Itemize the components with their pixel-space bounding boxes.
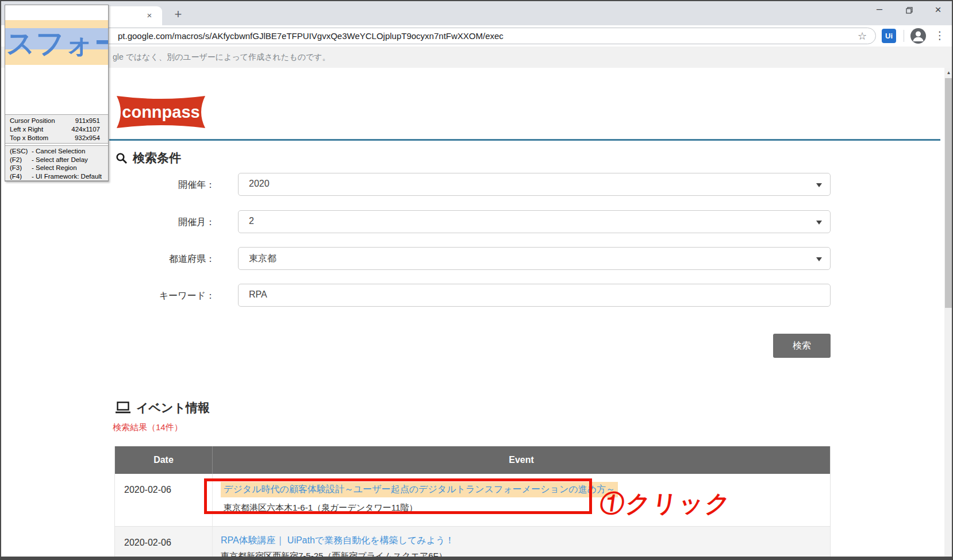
connpass-logo-text: connpass <box>122 103 199 121</box>
event-date: 2020-02-06 <box>115 474 213 526</box>
label-month: 開催月： <box>114 217 215 229</box>
monitor-icon <box>116 401 130 414</box>
column-header-date: Date <box>115 446 213 474</box>
uipath-extension-icon[interactable]: Ui <box>882 29 896 43</box>
restore-icon <box>906 7 913 14</box>
metric-label: Left x Right <box>10 125 71 134</box>
select-year-value: 2020 <box>249 179 270 189</box>
browser-toolbar: pt.google.com/macros/s/AKfycbwnfGJlBE7eT… <box>1 25 952 47</box>
events-section-title: イベント情報 <box>136 400 210 416</box>
hotkey-key: (F3) <box>10 164 32 172</box>
keyword-input[interactable]: RPA <box>238 284 831 307</box>
browser-titlebar: × + – × <box>1 1 952 25</box>
hotkey-desc: - Select Region <box>32 164 77 172</box>
event-date: 2020-02-06 <box>115 527 213 560</box>
browser-menu-icon[interactable]: ⋮ <box>934 28 946 43</box>
url-bar[interactable]: pt.google.com/macros/s/AKfycbwnfGJlBE7eT… <box>82 28 876 44</box>
table-header-row: Date Event <box>115 446 830 474</box>
hotkey-key: (F2) <box>10 156 32 164</box>
event-cell: RPA体験講座｜ UiPathで業務自動化を構築してみよう！ 東京都新宿区西新宿… <box>213 527 830 560</box>
page-content: connpass 検索条件 開催年： 2020 開催月： 2 都道府県： 東京都 <box>1 68 944 558</box>
uipath-selection-overlay: スフォー Cursor Position911x951 Left x Right… <box>5 5 109 181</box>
click-annotation-label: ①クリック <box>598 488 734 520</box>
restore-button[interactable] <box>896 1 923 20</box>
metric-value: 424x1107 <box>71 125 103 134</box>
select-month[interactable]: 2 <box>238 210 831 233</box>
page-scrollbar[interactable]: ▲ <box>944 68 953 558</box>
magnified-text: スフォー <box>6 25 108 63</box>
metric-value: 911x951 <box>75 117 103 125</box>
hotkey-key: (F4) <box>10 172 32 181</box>
section-divider <box>109 139 940 141</box>
event-address: 東京都新宿区西新宿7-5-25（西新宿プライムスクエア6F） <box>221 551 830 560</box>
magnifier-preview: スフォー <box>5 5 108 81</box>
selection-metrics-panel: Cursor Position911x951 Left x Right424x1… <box>5 114 108 144</box>
hotkey-desc: - Select after Delay <box>32 156 88 164</box>
hotkey-desc: - Cancel Selection <box>32 147 85 156</box>
browser-window: × + – × pt.google.com/macros/s/AKfycbwnf… <box>0 0 953 560</box>
select-year[interactable]: 2020 <box>238 173 831 196</box>
window-close-button[interactable]: × <box>925 1 951 20</box>
app-warning-banner: gle ではなく、別のユーザーによって作成されたものです。 <box>1 47 952 68</box>
column-header-event: Event <box>213 446 830 474</box>
app-warning-text: gle ではなく、別のユーザーによって作成されたものです。 <box>113 52 330 63</box>
result-count: 検索結果（14件） <box>113 422 183 433</box>
hotkey-key: (ESC) <box>10 147 32 156</box>
events-section-heading: イベント情報 <box>116 400 210 416</box>
chevron-down-icon <box>816 221 822 225</box>
event-link[interactable]: RPA体験講座｜ UiPathで業務自動化を構築してみよう！ <box>221 535 454 547</box>
label-keyword: キーワード： <box>114 290 215 302</box>
select-month-value: 2 <box>249 216 254 226</box>
search-button[interactable]: 検索 <box>773 334 831 358</box>
new-tab-button[interactable]: + <box>170 7 186 23</box>
bookmark-star-icon[interactable]: ☆ <box>858 30 867 43</box>
hotkey-desc: - UI Framework: Default <box>32 172 102 181</box>
metric-value: 932x954 <box>75 134 103 142</box>
avatar-icon <box>910 28 927 44</box>
search-section-heading: 検索条件 <box>116 150 181 166</box>
chevron-down-icon <box>816 257 822 261</box>
profile-avatar[interactable] <box>910 28 927 47</box>
search-icon <box>116 152 128 164</box>
label-year: 開催年： <box>114 179 215 191</box>
connpass-logo[interactable]: connpass <box>116 94 206 133</box>
table-row: 2020-02-06 RPA体験講座｜ UiPathで業務自動化を構築してみよう… <box>115 527 830 560</box>
metric-label: Top x Bottom <box>10 134 75 142</box>
metric-label: Cursor Position <box>10 117 75 125</box>
url-text: pt.google.com/macros/s/AKfycbwnfGJlBE7eT… <box>118 31 504 41</box>
scrollbar-thumb[interactable] <box>945 78 952 308</box>
scroll-up-arrow[interactable]: ▲ <box>944 69 953 77</box>
tab-close-icon[interactable]: × <box>144 10 155 21</box>
minimize-button[interactable]: – <box>866 1 893 20</box>
keyword-input-value: RPA <box>249 289 267 300</box>
hotkey-hints-panel: (ESC)- Cancel Selection (F2)- Select aft… <box>5 145 108 181</box>
select-prefecture[interactable]: 東京都 <box>238 247 831 270</box>
label-prefecture: 都道府県： <box>114 253 215 265</box>
toolbar-divider <box>904 30 904 42</box>
chevron-down-icon <box>816 183 822 187</box>
click-annotation-box <box>204 478 592 514</box>
select-prefecture-value: 東京都 <box>249 253 276 265</box>
search-section-title: 検索条件 <box>133 150 181 166</box>
